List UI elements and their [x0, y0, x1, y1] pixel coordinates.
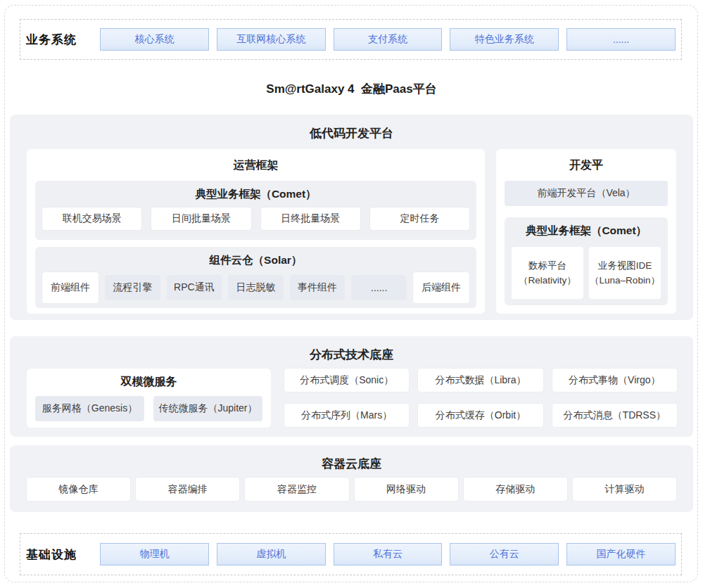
distributed-sequence-mars[interactable]: 分布式序列（Mars） — [284, 404, 409, 427]
distributed-base-section: 分布式技术底座 双模微服务 服务网格（Genesis） 传统微服务（Jupite… — [10, 336, 693, 437]
distributed-section-title: 分布式技术底座 — [10, 336, 693, 363]
compute-driver[interactable]: 计算驱动 — [573, 478, 676, 501]
container-items-row: 镜像仓库 容器编排 容器监控 网络驱动 存储驱动 计算驱动 — [27, 478, 676, 501]
solar-event-components[interactable]: 事件组件 — [290, 275, 346, 300]
solar-process-engine[interactable]: 流程引擎 — [105, 275, 160, 300]
operation-framework-title: 运营框架 — [27, 149, 485, 173]
distributed-data-libra[interactable]: 分布式数据（Libra） — [418, 369, 543, 392]
business-system-internet-core[interactable]: 互联网核心系统 — [217, 28, 326, 51]
solar-title: 组件云仓（Solar） — [35, 247, 476, 268]
operation-framework-card: 运营框架 典型业务框架（Comet） 联机交易场景 日间批量场景 日终批量场景 … — [27, 149, 485, 314]
distributed-cache-orbit[interactable]: 分布式缓存（Orbit） — [418, 404, 543, 427]
dual-mode-items-row: 服务网格（Genesis） 传统微服务（Jupiter） — [35, 396, 262, 421]
luna-robin-line1: 业务视图IDE — [598, 258, 652, 273]
solar-frontend-components[interactable]: 前端组件 — [42, 272, 99, 303]
business-system-special[interactable]: 特色业务系统 — [450, 28, 559, 51]
service-mesh-genesis[interactable]: 服务网格（Genesis） — [35, 396, 144, 421]
scenario-scheduled-task[interactable]: 定时任务 — [370, 207, 469, 230]
solar-rpc-comm[interactable]: RPC通讯 — [167, 275, 222, 300]
business-systems-band: 业务系统 核心系统 互联网核心系统 支付系统 特色业务系统 ...... — [20, 19, 682, 60]
frontend-dev-platform-vela[interactable]: 前端开发平台（Vela） — [505, 181, 668, 206]
scenario-endofday-batch[interactable]: 日终批量场景 — [261, 207, 360, 230]
solar-log-masking[interactable]: 日志脱敏 — [228, 275, 284, 300]
storage-driver[interactable]: 存储驱动 — [464, 478, 567, 501]
dev-comet-title: 典型业务框架（Comet） — [505, 217, 668, 238]
relativity-platform[interactable]: 数标平台 （Relativity） — [512, 247, 583, 299]
infra-physical-machine[interactable]: 物理机 — [100, 543, 209, 565]
dev-platform-card: 开发平 前端开发平台（Vela） 典型业务框架（Comet） 数标平台 （Rel… — [496, 149, 676, 314]
container-monitoring[interactable]: 容器监控 — [245, 478, 348, 501]
container-section-title: 容器云底座 — [10, 445, 693, 472]
distributed-services-grid: 分布式调度（Sonic） 分布式数据（Libra） 分布式事物（Virgo） 分… — [284, 369, 677, 427]
dev-platform-title: 开发平 — [496, 149, 676, 173]
scenario-daytime-batch[interactable]: 日间批量场景 — [151, 207, 251, 230]
business-system-more[interactable]: ...... — [566, 28, 676, 51]
image-registry[interactable]: 镜像仓库 — [27, 478, 130, 501]
network-driver[interactable]: 网络驱动 — [355, 478, 458, 501]
comet-items-row: 联机交易场景 日间批量场景 日终批量场景 定时任务 — [42, 207, 469, 230]
luna-robin-line2: （Luna–Robin） — [590, 273, 660, 288]
infrastructure-band: 基础设施 物理机 虚拟机 私有云 公有云 国产化硬件 — [20, 533, 682, 575]
traditional-microservice-jupiter[interactable]: 传统微服务（Jupiter） — [153, 396, 262, 421]
scenario-online-trade[interactable]: 联机交易场景 — [42, 207, 141, 230]
business-systems-label: 业务系统 — [26, 32, 100, 48]
luna-robin-ide[interactable]: 业务视图IDE （Luna–Robin） — [589, 247, 661, 299]
dual-mode-microservice-card: 双模微服务 服务网格（Genesis） 传统微服务（Jupiter） — [27, 369, 271, 428]
infra-virtual-machine[interactable]: 虚拟机 — [217, 543, 326, 565]
container-orchestration[interactable]: 容器编排 — [136, 478, 239, 501]
solar-backend-components[interactable]: 后端组件 — [413, 272, 469, 303]
business-system-payment[interactable]: 支付系统 — [334, 28, 443, 51]
relativity-line1: 数标平台 — [528, 258, 566, 273]
distributed-message-tdrss[interactable]: 分布式消息（TDRSS） — [552, 404, 677, 427]
infrastructure-items: 物理机 虚拟机 私有云 公有云 国产化硬件 — [100, 543, 676, 565]
dev-comet-subcard: 典型业务框架（Comet） 数标平台 （Relativity） 业务视图IDE … — [505, 217, 668, 305]
container-base-section: 容器云底座 镜像仓库 容器编排 容器监控 网络驱动 存储驱动 计算驱动 — [10, 445, 693, 512]
distributed-scheduler-sonic[interactable]: 分布式调度（Sonic） — [284, 369, 409, 392]
infrastructure-label: 基础设施 — [26, 547, 100, 563]
comet-framework-title: 典型业务框架（Comet） — [35, 181, 476, 202]
solar-subcard: 组件云仓（Solar） 前端组件 流程引擎 RPC通讯 日志脱敏 事件组件 ..… — [35, 247, 476, 308]
distributed-transaction-virgo[interactable]: 分布式事物（Virgo） — [552, 369, 677, 392]
lowcode-section-title: 低代码开发平台 — [10, 115, 693, 141]
infra-domestic-hardware[interactable]: 国产化硬件 — [566, 543, 676, 565]
infra-private-cloud[interactable]: 私有云 — [334, 543, 443, 565]
platform-title: Sm@rtGalaxy 4 金融Paas平台 — [0, 81, 703, 97]
comet-framework-subcard: 典型业务框架（Comet） 联机交易场景 日间批量场景 日终批量场景 定时任务 — [35, 181, 476, 240]
solar-more[interactable]: ...... — [351, 275, 407, 300]
lowcode-platform-section: 低代码开发平台 运营框架 典型业务框架（Comet） 联机交易场景 日间批量场景… — [10, 115, 693, 320]
dev-comet-items-row: 数标平台 （Relativity） 业务视图IDE （Luna–Robin） — [512, 247, 661, 299]
solar-items-row: 前端组件 流程引擎 RPC通讯 日志脱敏 事件组件 ...... 后端组件 — [42, 272, 469, 303]
relativity-line2: （Relativity） — [519, 273, 576, 288]
infra-public-cloud[interactable]: 公有云 — [450, 543, 559, 565]
business-system-core[interactable]: 核心系统 — [100, 28, 209, 51]
business-systems-items: 核心系统 互联网核心系统 支付系统 特色业务系统 ...... — [100, 28, 676, 51]
dual-mode-title: 双模微服务 — [27, 369, 271, 390]
